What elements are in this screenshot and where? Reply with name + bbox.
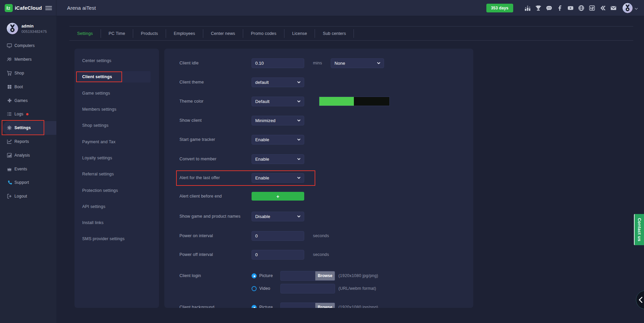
- row-client-login-picture: Client login Picture Browse (1920x1080 j…: [164, 271, 473, 281]
- tab-pc-time[interactable]: PC Time: [101, 31, 133, 36]
- tab-settings[interactable]: Settings: [69, 31, 101, 36]
- sidebar-item-reports[interactable]: Reports: [0, 135, 56, 149]
- field-label: Power on interval: [179, 233, 252, 238]
- alert-last-offer-select[interactable]: Enable: [252, 173, 304, 183]
- submenu-protection-settings[interactable]: Protection settings: [74, 182, 159, 198]
- logo-text: iCafeCloud: [15, 5, 42, 11]
- theme-color-select[interactable]: Default: [252, 97, 304, 106]
- sidebar-user-block[interactable]: admin 005193482475: [0, 16, 56, 38]
- gamepad-icon: [7, 98, 12, 103]
- row-client-background-picture: Client background Picture Browse (1920x1…: [164, 302, 473, 308]
- facebook-icon[interactable]: [556, 4, 564, 12]
- tab-employees[interactable]: Employees: [166, 31, 203, 36]
- show-names-select[interactable]: Disable: [252, 212, 304, 221]
- video-radio[interactable]: [252, 286, 257, 291]
- sidebar-item-computers[interactable]: Computers: [0, 39, 56, 53]
- submenu-client-settings[interactable]: Client settings: [74, 69, 159, 85]
- sidebar-item-analysis[interactable]: Analysis: [0, 148, 56, 162]
- sidebar-item-settings[interactable]: Settings: [3, 121, 56, 135]
- submenu-members-settings[interactable]: Members settings: [74, 101, 159, 117]
- sidebar-item-label: Logs: [14, 112, 23, 116]
- field-label: Convert to member: [179, 157, 252, 161]
- submenu-install-links[interactable]: Install links: [74, 215, 159, 231]
- power-off-interval-input[interactable]: [252, 250, 304, 260]
- tab-license[interactable]: License: [284, 31, 315, 36]
- sidebar-item-label: Reports: [14, 139, 29, 144]
- sidebar-item-members[interactable]: Members: [0, 53, 56, 66]
- submenu-sms-provider-settings[interactable]: SMS provider settings: [74, 231, 159, 247]
- field-label: Alert client before end: [179, 194, 252, 199]
- license-days-badge[interactable]: 353 days: [486, 4, 513, 12]
- user-id: 005193482475: [21, 30, 47, 34]
- sidebar-item-label: Support: [14, 180, 29, 185]
- sidebar-item-games[interactable]: Games: [0, 94, 56, 107]
- hamburger-menu-icon[interactable]: [45, 5, 52, 11]
- chevron-down-icon: [297, 119, 301, 121]
- youtube-icon[interactable]: [567, 4, 574, 12]
- sidebar-item-logs[interactable]: Logs: [0, 107, 56, 121]
- client-login-picture-file-input[interactable]: Browse: [280, 271, 335, 281]
- browse-button[interactable]: Browse: [315, 303, 335, 308]
- select-value: Enable: [255, 137, 269, 142]
- submenu-game-settings[interactable]: Game settings: [74, 85, 159, 101]
- collapse-edge-button[interactable]: [636, 290, 644, 309]
- field-label: Client login: [179, 273, 252, 278]
- sidebar-item-label: Analysis: [14, 153, 30, 158]
- mail-icon[interactable]: [610, 4, 617, 12]
- picture-radio[interactable]: [252, 305, 257, 308]
- format-caption: (URL/webm format): [338, 286, 376, 291]
- theme-color-green-swatch: [319, 97, 354, 106]
- client-background-file-input[interactable]: Browse: [280, 303, 335, 308]
- format-caption: (1920x1080 jpg/png): [338, 273, 378, 278]
- sidebar-item-logout[interactable]: Logout: [0, 190, 56, 203]
- avatar: [7, 23, 18, 34]
- line-chart-icon: [7, 139, 12, 144]
- icafecloud-icon[interactable]: [588, 4, 596, 12]
- tab-center-news[interactable]: Center news: [203, 31, 243, 36]
- tab-promo-codes[interactable]: Promo codes: [243, 31, 284, 36]
- picture-radio[interactable]: [252, 273, 257, 278]
- user-avatar-menu[interactable]: [623, 3, 638, 13]
- icafepad-icon[interactable]: [599, 4, 606, 12]
- contact-us-tab[interactable]: Contact us: [634, 214, 644, 245]
- tab-products[interactable]: Products: [133, 31, 166, 36]
- sidebar-item-label: Boot: [14, 85, 23, 89]
- globe-icon[interactable]: [578, 4, 585, 12]
- submenu-center-settings[interactable]: Center settings: [74, 53, 159, 69]
- chevron-down-icon: [635, 5, 638, 11]
- row-client-login-video: Video (URL/webm format): [164, 283, 473, 293]
- tab-sub-centers[interactable]: Sub centers: [315, 31, 354, 36]
- theme-color-preview[interactable]: [319, 97, 390, 106]
- submenu-payment-and-tax[interactable]: Payment and Tax: [74, 133, 159, 150]
- client-idle-action-select[interactable]: None: [331, 58, 384, 68]
- gear-icon: [7, 125, 12, 130]
- browse-button[interactable]: Browse: [315, 271, 335, 280]
- submenu-loyalty-settings[interactable]: Loyalty settings: [74, 150, 159, 166]
- convert-to-member-select[interactable]: Enable: [252, 154, 304, 164]
- chevron-down-icon: [297, 81, 301, 83]
- sidebar-item-events[interactable]: Events: [0, 162, 56, 176]
- submenu-shop-settings[interactable]: Shop settings: [74, 117, 159, 133]
- ranking-icon[interactable]: [524, 4, 531, 12]
- icafecloud-logo-icon[interactable]: 2: [5, 4, 13, 12]
- user-name: admin: [21, 24, 47, 29]
- start-game-tracker-select[interactable]: Enable: [252, 135, 304, 145]
- add-alert-button[interactable]: +: [252, 192, 304, 201]
- client-theme-select[interactable]: default: [252, 77, 304, 87]
- discord-icon[interactable]: [545, 4, 553, 12]
- submenu-api-settings[interactable]: API settings: [74, 199, 159, 215]
- power-on-interval-input[interactable]: [252, 231, 304, 241]
- settings-submenu: Center settings Client settings Game set…: [74, 49, 159, 308]
- sidebar-item-shop[interactable]: Shop: [0, 66, 56, 80]
- trophy-icon[interactable]: [535, 4, 542, 12]
- sidebar-item-support[interactable]: Support: [0, 176, 56, 190]
- show-client-select[interactable]: Minimized: [252, 116, 304, 125]
- area-chart-icon: [7, 153, 12, 158]
- logo-area: 2 iCafeCloud: [0, 0, 56, 16]
- submenu-referral-settings[interactable]: Referral settings: [74, 166, 159, 182]
- settings-tab-bar: Settings PC Time Products Employees Cent…: [69, 26, 633, 41]
- client-idle-input[interactable]: [252, 58, 304, 68]
- sidebar-item-boot[interactable]: Boot: [0, 80, 56, 94]
- list-icon: [7, 111, 12, 117]
- client-login-video-url-input[interactable]: [280, 284, 335, 293]
